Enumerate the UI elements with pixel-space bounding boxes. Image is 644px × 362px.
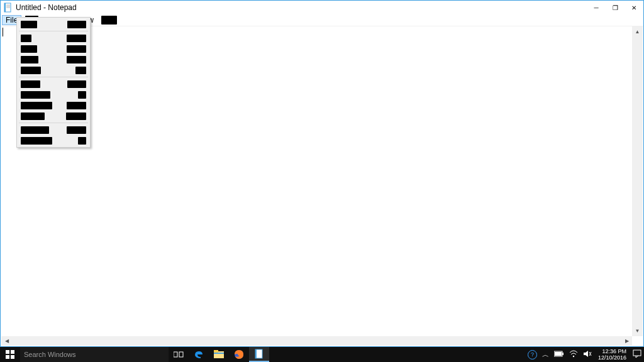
clock[interactable]: 12:36 PM 12/10/2016 <box>594 348 630 361</box>
notepad-icon <box>3 3 13 13</box>
svg-rect-1 <box>4 3 6 12</box>
menu-item-select-all[interactable]: Select AllCtrl+A <box>18 124 89 135</box>
menu-help[interactable]: Help <box>97 15 121 25</box>
edit-menu-dropdown: UndoCtrl+ZCutCtrl+XCopyCtrl+CPasteCtrl+V… <box>16 17 91 148</box>
maximize-button[interactable]: ❐ <box>606 1 625 14</box>
minimize-button[interactable]: ─ <box>587 1 606 14</box>
menu-item-delete: DeleteDel <box>18 65 89 75</box>
scroll-left-icon[interactable]: ◀ <box>1 336 12 346</box>
svg-rect-13 <box>214 353 224 354</box>
svg-rect-18 <box>562 353 564 355</box>
clock-time: 12:36 PM <box>598 348 626 354</box>
taskbar: Search Windows ? ︿ 12:36 PM 12/10/2016 <box>0 347 644 362</box>
menu-item-find-next: Find NextF3 <box>18 89 89 100</box>
menubar: File Edit Format View Help <box>1 14 643 26</box>
action-center-icon[interactable] <box>633 349 641 359</box>
svg-rect-23 <box>633 350 641 356</box>
svg-rect-8 <box>11 355 14 359</box>
text-area[interactable] <box>1 26 643 336</box>
start-button[interactable] <box>0 347 20 362</box>
scroll-up-icon[interactable]: ▲ <box>632 26 643 37</box>
menu-item-cut: CutCtrl+X <box>18 33 89 43</box>
wifi-icon[interactable] <box>569 350 578 359</box>
scroll-down-icon[interactable]: ▼ <box>632 326 643 336</box>
scroll-right-icon[interactable]: ▶ <box>621 336 632 346</box>
tray-chevron-icon[interactable]: ︿ <box>542 350 549 359</box>
menu-item-paste[interactable]: PasteCtrl+V <box>18 54 89 65</box>
svg-rect-10 <box>179 352 183 357</box>
edge-icon[interactable] <box>189 347 209 362</box>
clock-date: 12/10/2016 <box>598 354 626 361</box>
window-controls: ─ ❐ ✕ <box>587 1 643 14</box>
svg-rect-19 <box>555 352 562 356</box>
vertical-scrollbar[interactable]: ▲ ▼ <box>632 26 643 336</box>
svg-rect-16 <box>255 349 257 358</box>
notepad-taskbar-icon[interactable] <box>249 347 269 362</box>
notepad-window: Untitled - Notepad ─ ❐ ✕ File Edit Forma… <box>0 0 644 347</box>
menu-item-time-date[interactable]: Time/DateF5 <box>18 135 89 146</box>
svg-point-20 <box>573 356 574 357</box>
close-button[interactable]: ✕ <box>625 1 643 14</box>
titlebar[interactable]: Untitled - Notepad ─ ❐ ✕ <box>1 1 643 14</box>
help-icon[interactable]: ? <box>528 350 537 359</box>
horizontal-scrollbar[interactable]: ◀ ▶ <box>1 336 632 346</box>
task-view-button[interactable] <box>169 347 189 362</box>
menu-item-go-to-[interactable]: Go To...Ctrl+G <box>18 111 89 121</box>
svg-rect-7 <box>6 355 9 359</box>
window-title: Untitled - Notepad <box>16 3 77 12</box>
search-input[interactable]: Search Windows <box>20 347 169 362</box>
system-tray: ? ︿ 12:36 PM 12/10/2016 <box>525 347 644 362</box>
svg-rect-5 <box>6 350 9 354</box>
menu-item-find-: Find...Ctrl+F <box>18 79 89 89</box>
battery-icon[interactable] <box>554 351 564 358</box>
file-explorer-icon[interactable] <box>209 347 229 362</box>
menu-item-replace-[interactable]: Replace...Ctrl+H <box>18 100 89 111</box>
svg-rect-6 <box>11 350 14 354</box>
firefox-icon[interactable] <box>229 347 249 362</box>
volume-icon[interactable] <box>583 350 592 359</box>
svg-rect-12 <box>214 350 218 353</box>
menu-item-copy: CopyCtrl+C <box>18 43 89 54</box>
svg-rect-9 <box>174 352 177 357</box>
menu-item-undo[interactable]: UndoCtrl+Z <box>18 19 89 30</box>
caret <box>3 28 3 36</box>
